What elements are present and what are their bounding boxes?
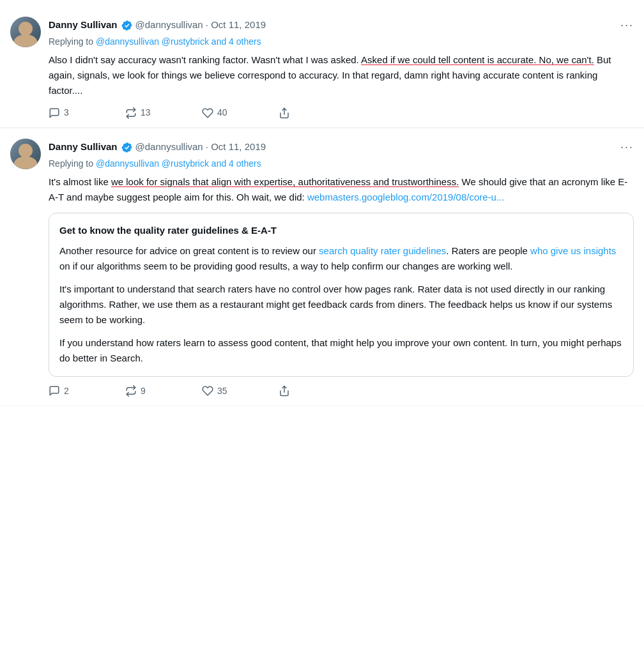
reply-icon-1 [49, 107, 60, 119]
retweet-icon-1 [125, 107, 137, 119]
tweet-1-content: Danny Sullivan @dannysullivan · Oct 11, … [49, 17, 634, 119]
tweet-1-underlined: Asked if we could tell content is accura… [361, 54, 594, 65]
share-action-2[interactable] [279, 385, 355, 397]
quote-card: Get to know the quality rater guidelines… [49, 213, 634, 377]
tweet-2: Danny Sullivan @dannysullivan · Oct 11, … [0, 128, 644, 406]
like-count-2: 35 [217, 384, 227, 398]
tweet-1-header: Danny Sullivan @dannysullivan · Oct 11, … [10, 17, 634, 119]
quote-link-1[interactable]: search quality rater guidelines [319, 245, 446, 256]
replying-link-1[interactable]: @dannysullivan @rustybrick and 4 others [96, 36, 261, 47]
like-action-2[interactable]: 35 [202, 384, 279, 398]
quote-paragraph-2: It's important to understand that search… [59, 282, 623, 328]
replying-to-2: Replying to @dannysullivan @rustybrick a… [49, 157, 634, 171]
author-name-1: Danny Sullivan [49, 18, 118, 33]
tweet-2-actions: 2 9 [49, 384, 634, 398]
replying-to-1: Replying to @dannysullivan @rustybrick a… [49, 35, 634, 49]
like-icon-1 [202, 107, 213, 119]
author-name-2: Danny Sullivan [49, 140, 118, 155]
quote-card-body: Another resource for advice on great con… [59, 243, 623, 366]
share-icon-1 [279, 107, 290, 119]
avatar-1 [10, 17, 41, 47]
verified-badge-2 [121, 142, 133, 153]
like-action-1[interactable]: 40 [202, 106, 279, 119]
quote-paragraph-3: If you understand how raters learn to as… [59, 335, 623, 366]
reply-action-2[interactable]: 2 [49, 384, 125, 398]
retweet-count-1: 13 [141, 106, 151, 119]
retweet-action-1[interactable]: 13 [125, 106, 202, 119]
avatar-2 [10, 139, 41, 169]
tweet-2-text: It's almost like we look for signals tha… [49, 174, 634, 205]
reply-count-1: 3 [64, 106, 69, 119]
page-container: Danny Sullivan @dannysullivan · Oct 11, … [0, 0, 644, 413]
tweet-2-link[interactable]: webmasters.googleblog.com/2019/08/core-u… [307, 192, 505, 202]
verified-badge-1 [121, 20, 133, 31]
tweet-1-meta: Danny Sullivan @dannysullivan · Oct 11, … [49, 17, 634, 34]
tweet-2-header: Danny Sullivan @dannysullivan · Oct 11, … [10, 139, 634, 398]
share-icon-2 [279, 385, 290, 397]
like-count-1: 40 [217, 106, 227, 119]
tweet-2-meta: Danny Sullivan @dannysullivan · Oct 11, … [49, 139, 634, 156]
reply-action-1[interactable]: 3 [49, 106, 125, 119]
retweet-count-2: 9 [141, 384, 146, 398]
tweet-1-actions: 3 13 [49, 106, 634, 119]
reply-icon-2 [49, 385, 60, 397]
retweet-action-2[interactable]: 9 [125, 384, 202, 398]
retweet-icon-2 [125, 385, 137, 397]
handle-date-1: @dannysullivan · Oct 11, 2019 [135, 18, 266, 33]
tweet-2-underlined: we look for signals that align with expe… [111, 176, 459, 187]
tweet-1-meta-left: Danny Sullivan @dannysullivan · Oct 11, … [49, 18, 266, 33]
handle-date-2: @dannysullivan · Oct 11, 2019 [135, 140, 266, 155]
replying-link-2[interactable]: @dannysullivan @rustybrick and 4 others [96, 158, 261, 169]
tweet-1-text: Also I didn't say accuracy wasn't rankin… [49, 52, 634, 98]
more-options-2[interactable]: ··· [620, 139, 634, 156]
tweet-1: Danny Sullivan @dannysullivan · Oct 11, … [0, 6, 644, 128]
quote-paragraph-1: Another resource for advice on great con… [59, 243, 623, 274]
share-action-1[interactable] [279, 107, 355, 119]
reply-count-2: 2 [64, 384, 69, 398]
more-options-1[interactable]: ··· [620, 17, 634, 34]
quote-link-2[interactable]: who give us insights [530, 245, 616, 256]
tweet-2-meta-left: Danny Sullivan @dannysullivan · Oct 11, … [49, 140, 266, 155]
tweet-2-content: Danny Sullivan @dannysullivan · Oct 11, … [49, 139, 634, 398]
quote-card-title: Get to know the quality rater guidelines… [59, 224, 623, 238]
like-icon-2 [202, 385, 213, 397]
